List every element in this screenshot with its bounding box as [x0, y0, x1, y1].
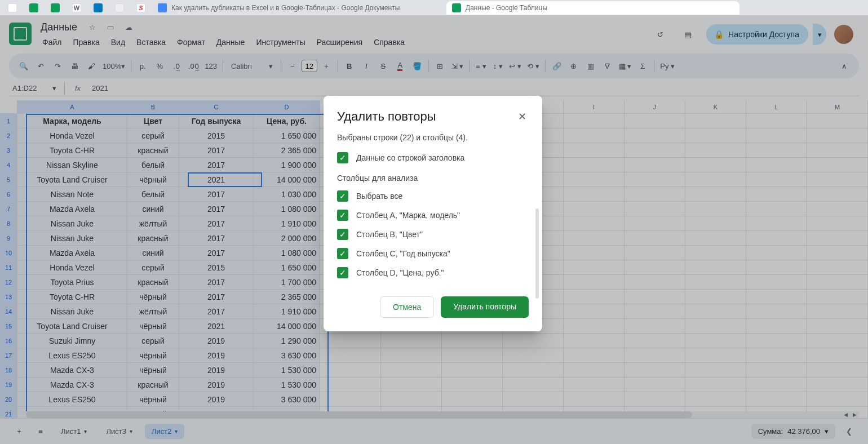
tab-zigzag[interactable]: S: [131, 1, 151, 15]
label-col-d: Столбец D, "Цена, руб.": [356, 268, 444, 277]
dialog-subtitle: Выбраны строки (22) и столбцы (4).: [337, 133, 529, 142]
tab-trello[interactable]: [88, 1, 108, 15]
tab-current[interactable]: Данные - Google Таблицы: [446, 1, 739, 15]
checkbox-select-all[interactable]: ✓: [337, 190, 348, 202]
tab-docs-title: Как удалить дубликаты в Excel и в Google…: [171, 4, 400, 12]
browser-tab-strip: W S Как удалить дубликаты в Excel и в Go…: [0, 0, 868, 16]
close-icon[interactable]: ✕: [515, 110, 529, 123]
dialog-scrollbar[interactable]: [535, 208, 539, 299]
checkbox-col-d[interactable]: ✓: [337, 267, 348, 278]
label-col-b: Столбец B, "Цвет": [356, 230, 423, 239]
label-col-a: Столбец A, "Марка, модель": [356, 211, 460, 220]
section-columns: Столбцы для анализа: [337, 174, 529, 183]
checkbox-col-b[interactable]: ✓: [337, 229, 348, 240]
tab-w[interactable]: W: [67, 1, 87, 15]
tab-google[interactable]: [2, 1, 23, 15]
tab-docs[interactable]: Как удалить дубликаты в Excel и в Google…: [152, 1, 445, 15]
checkbox-col-c[interactable]: ✓: [337, 248, 348, 259]
label-select-all: Выбрать все: [356, 192, 402, 201]
checkbox-col-a[interactable]: ✓: [337, 210, 348, 221]
cancel-button[interactable]: Отмена: [380, 296, 434, 318]
dialog-title: Удалить повторы: [337, 109, 515, 124]
label-header-row: Данные со строкой заголовка: [356, 153, 464, 162]
confirm-button[interactable]: Удалить повторы: [441, 296, 529, 318]
tab-current-title: Данные - Google Таблицы: [466, 4, 547, 12]
label-col-c: Столбец C, "Год выпуска": [356, 249, 450, 258]
tab-sheets-2[interactable]: [45, 1, 65, 15]
tab-other-1[interactable]: [109, 1, 130, 15]
tab-sheets-1[interactable]: [24, 1, 44, 15]
remove-duplicates-dialog: Удалить повторы ✕ Выбраны строки (22) и …: [324, 96, 542, 331]
checkbox-header-row[interactable]: ✓: [337, 152, 348, 163]
